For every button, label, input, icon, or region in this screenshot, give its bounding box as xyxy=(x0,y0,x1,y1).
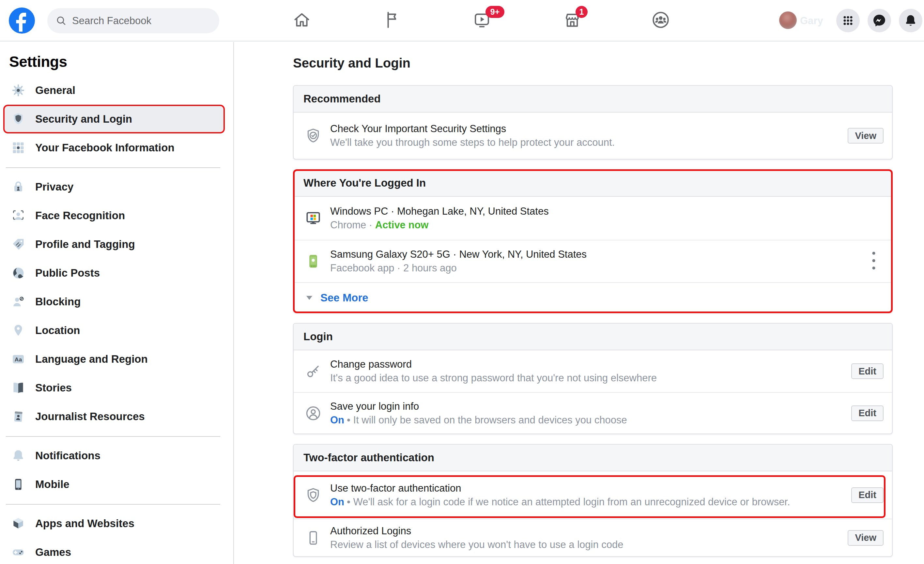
location-pin-icon xyxy=(11,323,26,338)
sidebar-item-general[interactable]: General xyxy=(3,76,225,105)
search-input[interactable]: Search Facebook xyxy=(47,8,219,33)
apps-grid-icon xyxy=(842,14,855,27)
status-on: On xyxy=(330,496,344,508)
person-circle-icon xyxy=(305,405,322,422)
two-factor-header: Two-factor authentication xyxy=(294,445,892,471)
sidebar-item-label: General xyxy=(35,84,75,96)
edit-button[interactable]: Edit xyxy=(851,488,884,503)
row-title: Authorized Logins xyxy=(330,525,848,538)
sidebar-item-face-recognition[interactable]: Face Recognition xyxy=(3,201,225,230)
view-button[interactable]: View xyxy=(848,530,884,546)
see-more-label: See More xyxy=(320,292,368,304)
search-icon xyxy=(56,15,67,26)
nav-pages[interactable] xyxy=(382,10,401,31)
sidebar-item-label: Journalist Resources xyxy=(35,410,145,423)
facebook-logo-icon xyxy=(9,8,35,34)
session-subtitle: Chrome · Active now xyxy=(330,219,884,232)
caret-down-icon xyxy=(305,295,313,300)
row-subtitle: On• It will only be saved on the browser… xyxy=(330,414,851,427)
sidebar-item-apps-and-websites[interactable]: Apps and Websites xyxy=(3,509,225,538)
nav-watch[interactable]: 9+ xyxy=(472,10,491,31)
security-checkup-row: Check Your Important Security Settings W… xyxy=(294,112,892,159)
row-title: Save your login info xyxy=(330,400,851,413)
messenger-button[interactable] xyxy=(867,9,891,32)
nav-home[interactable] xyxy=(292,10,311,31)
sidebar-item-label: Face Recognition xyxy=(35,209,125,222)
cube-icon xyxy=(11,516,26,531)
row-subtitle: It's a good idea to use a strong passwor… xyxy=(330,372,851,385)
home-icon xyxy=(292,10,311,29)
session-options-kebab-icon[interactable] xyxy=(871,249,876,273)
sidebar-item-label: Stories xyxy=(35,382,72,394)
view-button[interactable]: View xyxy=(848,128,884,144)
search-placeholder: Search Facebook xyxy=(72,15,152,27)
person-block-icon xyxy=(11,294,26,309)
edit-button[interactable]: Edit xyxy=(851,363,884,379)
smartphone-outline-icon xyxy=(305,530,322,546)
settings-sidebar: Settings General xyxy=(0,42,234,564)
svg-text:Aa: Aa xyxy=(15,356,22,363)
session-subtitle: Facebook app · 2 hours ago xyxy=(330,262,871,274)
sidebar-item-label: Apps and Websites xyxy=(35,518,134,530)
avatar-image xyxy=(779,11,797,29)
row-title: Use two-factor authentication xyxy=(330,482,851,495)
sidebar-item-location[interactable]: Location xyxy=(3,316,225,345)
mobile-phone-icon xyxy=(11,477,26,492)
sidebar-item-profile-and-tagging[interactable]: Profile and Tagging xyxy=(3,230,225,259)
tag-icon xyxy=(11,237,26,252)
pages-flag-icon xyxy=(382,10,401,29)
sidebar-item-security-and-login[interactable]: Security and Login xyxy=(3,105,225,134)
shield-icon xyxy=(11,112,26,126)
sidebar-item-blocking[interactable]: Blocking xyxy=(3,287,225,316)
facebook-logo[interactable] xyxy=(9,8,35,34)
sidebar-item-label: Location xyxy=(35,324,80,337)
sidebar-item-your-facebook-information[interactable]: Your Facebook Information xyxy=(3,134,225,162)
nav-marketplace[interactable]: 1 xyxy=(563,10,582,31)
apps-menu-button[interactable] xyxy=(836,9,860,32)
two-factor-card: Two-factor authentication Use two-factor… xyxy=(293,444,892,557)
globe-icon xyxy=(11,266,26,280)
notifications-button[interactable] xyxy=(899,9,922,32)
see-more-button[interactable]: See More xyxy=(294,282,892,312)
shield-outline-icon xyxy=(305,487,322,504)
bell-icon xyxy=(11,448,26,463)
change-password-row: Change password It's a good idea to use … xyxy=(294,350,892,392)
sidebar-item-stories[interactable]: Stories xyxy=(3,374,225,402)
book-icon xyxy=(11,381,26,395)
sidebar-item-privacy[interactable]: Privacy xyxy=(3,172,225,201)
marketplace-badge: 1 xyxy=(576,6,588,18)
session-row-samsung-galaxy: Samsung Galaxy S20+ 5G · New York, NY, U… xyxy=(294,240,892,282)
sidebar-item-journalist-resources[interactable]: Journalist Resources xyxy=(3,402,225,431)
active-now-status: Active now xyxy=(375,219,429,231)
recommended-header: Recommended xyxy=(294,86,892,112)
sidebar-item-public-posts[interactable]: Public Posts xyxy=(3,259,225,287)
edit-button[interactable]: Edit xyxy=(851,405,884,421)
profile-name[interactable]: Gary xyxy=(800,15,823,27)
watch-badge: 9+ xyxy=(486,6,504,18)
sidebar-item-label: Your Facebook Information xyxy=(35,142,174,154)
where-logged-in-header: Where You're Logged In xyxy=(294,170,892,197)
sidebar-item-label: Language and Region xyxy=(35,353,148,365)
login-card: Login Change password It's a good idea t… xyxy=(293,323,892,434)
gamepad-icon xyxy=(11,545,26,560)
lock-icon xyxy=(11,180,26,194)
sidebar-item-label: Profile and Tagging xyxy=(35,238,135,250)
row-title: Check Your Important Security Settings xyxy=(330,122,848,135)
id-card-icon xyxy=(11,410,26,424)
nav-groups[interactable] xyxy=(651,10,670,31)
sidebar-item-language-and-region[interactable]: Aa Language and Region xyxy=(3,345,225,374)
profile-avatar[interactable] xyxy=(779,11,797,29)
recommended-card: Recommended Check Your Important Securit… xyxy=(293,85,892,159)
sidebar-item-games[interactable]: Games xyxy=(3,538,225,564)
sidebar-item-notifications[interactable]: Notifications xyxy=(3,441,225,470)
row-subtitle: Review a list of devices where you won't… xyxy=(330,538,848,551)
sidebar-item-label: Public Posts xyxy=(35,267,100,279)
page-title: Security and Login xyxy=(293,55,924,71)
authorized-logins-row: Authorized Logins Review a list of devic… xyxy=(294,519,892,556)
android-phone-icon xyxy=(305,253,322,270)
sidebar-divider xyxy=(6,167,220,168)
messenger-icon xyxy=(872,14,886,28)
sidebar-item-mobile[interactable]: Mobile xyxy=(3,470,225,499)
session-title: Samsung Galaxy S20+ 5G · New York, NY, U… xyxy=(330,248,871,261)
sidebar-item-label: Notifications xyxy=(35,450,100,462)
